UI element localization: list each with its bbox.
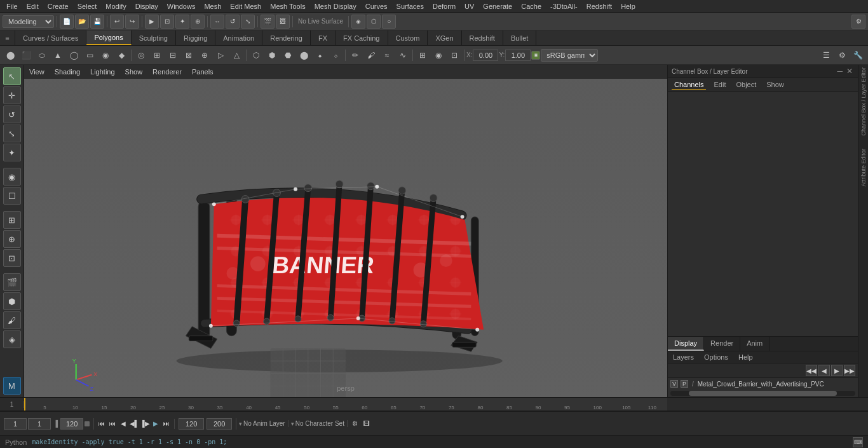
sub-frame-input[interactable]: 1: [28, 418, 51, 430]
display-toggle-btn[interactable]: ◈: [351, 15, 365, 29]
step-prev-btn[interactable]: ◀▌: [129, 419, 139, 429]
tab-rendering[interactable]: Rendering: [262, 31, 311, 45]
layer-scrollbar-thumb[interactable]: [689, 391, 837, 396]
menu-redshift[interactable]: Redshift: [583, 1, 616, 11]
select-btn[interactable]: ▶: [145, 15, 159, 29]
menu-3dtall[interactable]: -3DtoAll-: [546, 1, 581, 11]
combine-btn[interactable]: ⬥: [312, 48, 327, 63]
tab-bullet[interactable]: Bullet: [503, 31, 537, 45]
smooth-btn[interactable]: ○: [382, 15, 396, 29]
menu-select[interactable]: Select: [74, 1, 101, 11]
script-editor-btn[interactable]: ⌨: [853, 437, 863, 447]
tab-curves-surfaces[interactable]: Curves / Surfaces: [15, 31, 86, 45]
tab-redshift[interactable]: Redshift: [462, 31, 503, 45]
transform-btn[interactable]: ↔: [210, 15, 224, 29]
rect-select-btn[interactable]: ☐: [3, 187, 21, 205]
scale-tool-btn[interactable]: ⤡: [3, 125, 21, 142]
separate-btn[interactable]: ⬦: [328, 48, 343, 63]
frame-end-input[interactable]: 120: [60, 418, 83, 430]
go-to-end-btn[interactable]: ⏭: [161, 419, 172, 429]
tab-sculpting[interactable]: Sculpting: [132, 31, 176, 45]
menu-curves[interactable]: Curves: [362, 1, 391, 11]
menu-display[interactable]: Display: [132, 1, 162, 11]
bridge-btn[interactable]: ⬢: [264, 48, 280, 63]
snap-point-btn[interactable]: ⊡: [3, 249, 21, 267]
play-fwd-btn[interactable]: ▶: [151, 419, 161, 429]
layer-row[interactable]: V P / Metal_Crowd_Barrier_with_Advertisi…: [668, 378, 858, 390]
vp-menu-lighting[interactable]: Lighting: [88, 67, 118, 77]
coord-y-input[interactable]: [505, 50, 531, 61]
layer-visibility-flag[interactable]: V: [670, 380, 678, 388]
snap-curve-btn[interactable]: ⊕: [3, 230, 21, 248]
attribute-editor-edge-label[interactable]: Attribute Editor: [860, 149, 867, 187]
smooth-shade-btn[interactable]: ◉: [431, 48, 446, 63]
channel-box-close-btn[interactable]: ✕: [845, 67, 854, 76]
snap-grid-btn[interactable]: ⊞: [3, 211, 21, 229]
cb-tab-object[interactable]: Object: [733, 80, 759, 90]
append-btn[interactable]: ⬣: [280, 48, 295, 63]
vp-menu-shading[interactable]: Shading: [52, 67, 83, 77]
tab-fx[interactable]: FX: [311, 31, 336, 45]
menu-modify[interactable]: Modify: [102, 1, 130, 11]
ipr-btn[interactable]: 🖼: [276, 15, 290, 29]
sphere-btn[interactable]: ⬤: [3, 48, 18, 63]
sculpt-btn[interactable]: 🖌: [363, 48, 379, 63]
channel-box-edge-label[interactable]: Channel Box / Layer Editor: [860, 67, 867, 136]
attribute-editor-toggle[interactable]: ⚙: [834, 48, 850, 63]
render-btn[interactable]: 🎬: [261, 15, 275, 29]
tab-xgen[interactable]: XGen: [428, 31, 461, 45]
pyramid-btn[interactable]: △: [229, 48, 244, 63]
move-tool-btn[interactable]: ✛: [3, 86, 21, 104]
redo-btn[interactable]: ↪: [125, 15, 139, 29]
layer-scrollbar[interactable]: [670, 391, 855, 396]
frame-end-slider-btn[interactable]: [85, 421, 90, 426]
rotate-btn[interactable]: ↺: [226, 15, 240, 29]
cone-btn[interactable]: ▲: [50, 48, 65, 63]
hyper-shade-btn[interactable]: ⬢: [3, 292, 21, 310]
loh-layers[interactable]: Layers: [668, 351, 699, 363]
channel-box-minimize-btn[interactable]: ─: [836, 67, 844, 76]
menu-mesh[interactable]: Mesh: [200, 1, 225, 11]
disk-btn[interactable]: ◉: [98, 48, 113, 63]
menu-file[interactable]: File: [3, 1, 22, 11]
viewport[interactable]: View Shading Lighting Show Renderer Pane…: [24, 65, 667, 397]
dra-tab-render[interactable]: Render: [704, 337, 740, 351]
extrude-btn[interactable]: ⬡: [248, 48, 264, 63]
timeline[interactable]: 1 5 10 15 20 25 30 35 40 45 50 55 60 65 …: [0, 397, 868, 411]
layer-scroll-fwd-btn[interactable]: ▶: [831, 365, 843, 376]
loh-help[interactable]: Help: [733, 351, 758, 363]
torus-btn[interactable]: ◯: [66, 48, 81, 63]
wireframe-view-btn[interactable]: ⊞: [415, 48, 430, 63]
paint-tool-btn[interactable]: ✏: [348, 48, 363, 63]
menu-windows[interactable]: Windows: [163, 1, 200, 11]
tab-custom[interactable]: Custom: [388, 31, 428, 45]
menu-uv[interactable]: UV: [461, 1, 478, 11]
soccer-btn[interactable]: ⊕: [197, 48, 212, 63]
layer-scroll-next-btn[interactable]: ▶▶: [844, 365, 855, 376]
texture-btn[interactable]: ⊡: [447, 48, 462, 63]
cb-tab-show[interactable]: Show: [764, 80, 787, 90]
subdiv-cube-btn[interactable]: ⊞: [149, 48, 165, 63]
tool-settings-toggle[interactable]: 🔧: [850, 48, 865, 63]
render-region-btn[interactable]: 🎬: [3, 273, 21, 291]
animation-prefs-btn[interactable]: 🎞: [362, 419, 372, 429]
coord-x-input[interactable]: [473, 50, 498, 61]
menu-mesh-tools[interactable]: Mesh Tools: [266, 1, 309, 11]
tab-fx-caching[interactable]: FX Caching: [336, 31, 388, 45]
universal-manip-btn[interactable]: ✦: [3, 144, 21, 161]
settings-btn[interactable]: ⚙: [851, 15, 865, 29]
soft-select-btn[interactable]: ◉: [3, 168, 21, 186]
menu-create[interactable]: Create: [44, 1, 72, 11]
prism-btn[interactable]: ▷: [213, 48, 228, 63]
helix-btn[interactable]: ⊠: [181, 48, 196, 63]
gamma-select[interactable]: sRGB gamma: [541, 49, 598, 62]
cube-btn[interactable]: ⬛: [18, 48, 34, 63]
wireframe-btn[interactable]: ⬡: [367, 15, 381, 29]
vp-menu-panels[interactable]: Panels: [189, 67, 216, 77]
save-scene-btn[interactable]: 💾: [90, 15, 104, 29]
layer-playback-flag[interactable]: P: [681, 380, 688, 388]
menu-edit-mesh[interactable]: Edit Mesh: [226, 1, 265, 11]
cylinder-btn[interactable]: ⬭: [34, 48, 50, 63]
relax-btn[interactable]: ≈: [379, 48, 395, 63]
lasso-btn[interactable]: ⊡: [160, 15, 174, 29]
